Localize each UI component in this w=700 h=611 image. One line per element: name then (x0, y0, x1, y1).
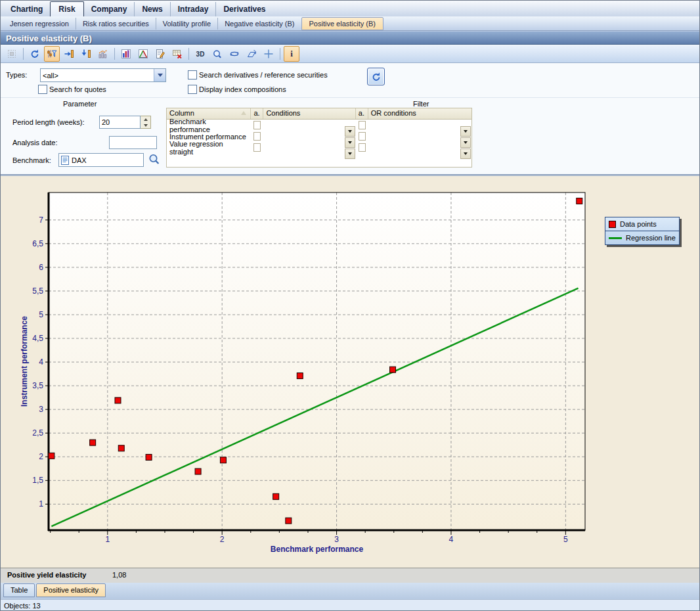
edit-report-icon[interactable] (152, 46, 168, 62)
benchmark-value: DAX (72, 156, 87, 164)
subtab-risk-ratios-securities[interactable]: Risk ratios securities (76, 18, 156, 30)
tab-table[interactable]: Table (3, 583, 35, 597)
search-panel: Types: <all> Search for quotes Search de… (1, 63, 699, 98)
and-checkbox[interactable] (359, 132, 366, 141)
page-title: Positive elasticity (B) (1, 31, 699, 45)
search-for-quotes-label: Search for quotes (49, 85, 106, 93)
refresh-icon[interactable] (27, 46, 43, 62)
statistics-icon[interactable] (95, 46, 111, 62)
objects-count: Objects: 13 (4, 602, 41, 610)
dropdown-icon[interactable] (460, 137, 471, 148)
refresh-icon (371, 72, 382, 82)
info-icon[interactable]: i (284, 46, 299, 62)
chevron-down-icon[interactable] (154, 69, 165, 81)
toolbar-separator (114, 48, 115, 60)
menu-tab-risk[interactable]: Risk (50, 1, 83, 17)
application-window: Charting Risk Company News Intraday Deri… (0, 0, 700, 611)
rotate-icon[interactable] (227, 46, 242, 62)
svg-text:7: 7 (39, 215, 43, 225)
svg-text:4: 4 (39, 357, 43, 367)
header-a2[interactable]: a. (356, 108, 368, 119)
subtab-jensen-regression[interactable]: Jensen regression (3, 18, 76, 30)
filter-settings-icon[interactable] (44, 46, 60, 62)
types-select[interactable]: <all> (40, 68, 166, 82)
filter-table: Column a. Conditions a. OR conditions Be… (166, 108, 472, 168)
header-or-conditions[interactable]: OR conditions (368, 108, 471, 119)
header-a1[interactable]: a. (251, 108, 263, 119)
delete-icon[interactable] (169, 46, 185, 62)
menu-tab-charting[interactable]: Charting (3, 2, 50, 16)
select-icon (4, 46, 20, 62)
svg-text:4,5: 4,5 (32, 334, 43, 343)
svg-text:6,5: 6,5 (32, 239, 43, 248)
row-label: Benchmark performance (167, 118, 251, 133)
data-point-marker-icon (609, 221, 616, 228)
and-checkbox[interactable] (359, 121, 366, 129)
and-checkbox[interactable] (359, 143, 366, 152)
benchmark-input[interactable]: DAX (58, 153, 144, 167)
import-icon[interactable] (78, 46, 94, 62)
export-icon[interactable] (61, 46, 77, 62)
display-index-label: Display index compositions (199, 85, 286, 93)
toolbar-separator (188, 48, 189, 60)
crosshair-icon[interactable] (261, 46, 276, 62)
filter-table-header: Column a. Conditions a. OR conditions (167, 108, 471, 120)
scatter-plot[interactable]: 1234511,522,533,544,555,566,57Benchmark … (1, 176, 699, 568)
search-icon[interactable] (148, 153, 161, 166)
and-checkbox[interactable] (253, 132, 261, 141)
bar-chart-icon[interactable] (118, 46, 134, 62)
legend-label: Data points (620, 220, 657, 228)
subtab-positive-elasticity[interactable]: Positive elasticity (B) (301, 17, 383, 30)
area-chart-icon[interactable] (135, 46, 151, 62)
period-length-label: Period length (weeks): (12, 118, 84, 126)
search-derivatives-checkbox[interactable] (188, 70, 197, 79)
subtab-volatility-profile[interactable]: Volatility profile (156, 18, 217, 30)
menu-bar: Charting Risk Company News Intraday Deri… (1, 1, 699, 17)
dropdown-icon[interactable] (460, 126, 471, 137)
tab-positive-elasticity[interactable]: Positive elasticity (36, 583, 106, 597)
svg-text:2,5: 2,5 (32, 428, 43, 438)
toolbar-separator (23, 48, 24, 60)
header-conditions[interactable]: Conditions (263, 108, 355, 119)
dropdown-icon[interactable] (345, 148, 355, 159)
period-length-input[interactable] (99, 116, 141, 129)
menu-tab-derivatives[interactable]: Derivatives (215, 2, 273, 16)
view-3d-icon[interactable]: 3D (192, 46, 208, 62)
dropdown-icon[interactable] (460, 148, 471, 159)
parameter-filter-panel: Parameter Filter Period length (weeks): … (1, 98, 699, 175)
menu-tab-company[interactable]: Company (84, 2, 135, 16)
bottom-tab-bar: Table Positive elasticity (1, 583, 699, 600)
subtab-negative-elasticity[interactable]: Negative elasticity (B) (217, 18, 301, 30)
display-index-checkbox[interactable] (188, 85, 197, 94)
svg-text:5,5: 5,5 (32, 286, 43, 296)
benchmark-label: Benchmark: (12, 156, 51, 164)
perspective-icon[interactable] (244, 46, 259, 62)
filter-row-value-regression-straight: Value regression straight (167, 142, 471, 153)
svg-text:5: 5 (39, 310, 43, 319)
search-for-quotes-checkbox[interactable] (38, 85, 47, 94)
zoom-icon[interactable] (209, 46, 225, 62)
svg-text:6: 6 (39, 263, 43, 272)
chart-legend[interactable]: Data points Regression line (605, 217, 680, 245)
regression-line-icon (609, 237, 622, 239)
svg-text:3,5: 3,5 (32, 381, 43, 390)
period-length-stepper[interactable] (141, 116, 151, 129)
legend-item-data-points: Data points (605, 217, 679, 231)
dropdown-icon[interactable] (345, 126, 355, 137)
chart-panel: 1234511,522,533,544,555,566,57Benchmark … (1, 175, 699, 568)
menu-tab-news[interactable]: News (134, 2, 169, 16)
dropdown-icon[interactable] (345, 137, 355, 148)
svg-text:2: 2 (220, 535, 225, 544)
svg-text:3: 3 (39, 405, 43, 414)
header-column[interactable]: Column (167, 108, 251, 119)
run-search-button[interactable] (367, 68, 385, 85)
and-checkbox[interactable] (253, 143, 261, 152)
legend-item-regression-line: Regression line (605, 231, 679, 244)
and-checkbox[interactable] (253, 121, 261, 129)
menu-tab-intraday[interactable]: Intraday (170, 2, 216, 16)
analysis-date-input[interactable] (109, 136, 157, 149)
svg-text:1,5: 1,5 (32, 476, 43, 485)
filter-heading: Filter (413, 100, 429, 108)
svg-text:2: 2 (39, 452, 43, 461)
result-value: 1,08 (112, 571, 126, 579)
